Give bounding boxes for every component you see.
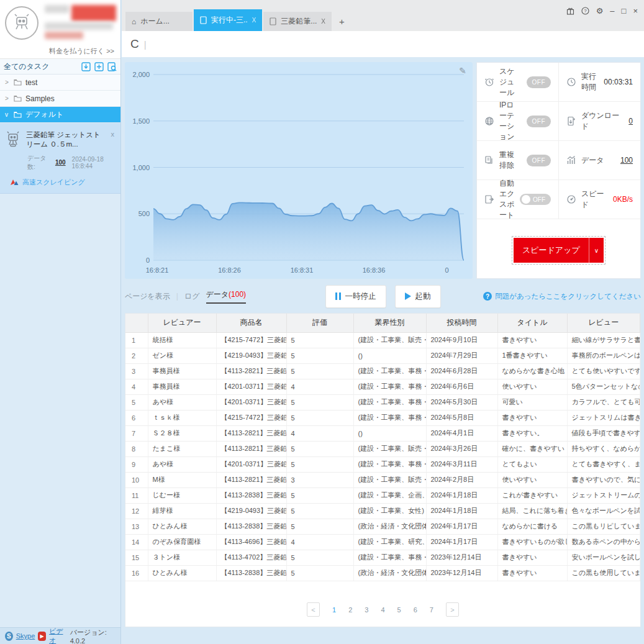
review-cell: とても書きやすく、また全て色違... (567, 456, 640, 472)
col-title[interactable]: タイトル (497, 314, 567, 332)
help-link[interactable]: ? 問題があったらここをクリックしてください (483, 292, 641, 301)
table-row[interactable]: 2ゼン様【4219-0493】三菱鉛筆 ジェット...5()2024年7月29日… (125, 348, 640, 363)
auto-export-toggle[interactable]: OFF (520, 194, 551, 205)
prev-page-button[interactable]: < (307, 602, 320, 617)
tab-running-task[interactable]: 実行中-三.. X (194, 9, 262, 31)
date-cell: 2023年12月14日 (426, 550, 497, 565)
speed-scraping-link[interactable]: 高速スクレイピング (10, 178, 116, 187)
rating-cell: 5 (286, 348, 353, 363)
sidebar-folder-default[interactable]: v デフォルト (0, 107, 120, 123)
page-button[interactable]: 3 (365, 606, 368, 614)
table-row[interactable]: 15３トン様【4113-4702】三菱鉛筆 ジェット...5(建設・工事業、事務… (125, 550, 640, 565)
data-count-value[interactable]: 100 (55, 159, 66, 166)
expanded-icon[interactable]: v (5, 111, 10, 118)
page-button[interactable]: 2 (348, 606, 352, 614)
reviewer-cell: ひとみん様 (148, 565, 216, 581)
table-row[interactable]: 16ひとみん様【4113-2838】三菱鉛筆 ジェット...5(政治・経済・文化… (125, 565, 640, 581)
table-row[interactable]: 6ｔｓｋ様【4215-7472】三菱鉛筆 ジェット...5(建設・工事業、事務・… (125, 410, 640, 425)
gift-icon[interactable] (566, 7, 574, 15)
review-cell: この黒もリピしています。とても... (567, 519, 640, 534)
data-value[interactable]: 100 (620, 156, 633, 165)
col-review[interactable]: レビュー (567, 314, 640, 332)
skype-link[interactable]: Skype (16, 632, 35, 640)
search-task-icon[interactable] (107, 62, 117, 71)
skype-icon[interactable]: S (5, 632, 13, 641)
video-icon[interactable]: ▶ (38, 632, 46, 641)
table-row[interactable]: 9あや様【4201-0371】三菱鉛筆 ジェット...5(建設・工事業、事務・ア… (125, 456, 640, 472)
table-row[interactable]: 8たまこ様【4113-2821】三菱鉛筆 ジェット...5(建設・工事業、販売・… (125, 441, 640, 456)
pause-button[interactable]: 一時停止 (325, 285, 386, 308)
page-button[interactable]: 1 (332, 606, 336, 614)
page-button[interactable]: 4 (381, 606, 384, 614)
pencil-icon[interactable]: ✎ (459, 66, 466, 76)
next-page-button[interactable]: > (446, 602, 459, 617)
scrape-rate-chart: 05001,0001,5002,00016:8:2116:8:2616:8:31… (125, 62, 473, 279)
sidebar-folder-samples[interactable]: > Samples (0, 91, 120, 107)
close-icon[interactable]: × (633, 6, 638, 16)
data-label: データ (581, 155, 604, 166)
page-button[interactable]: 7 (430, 606, 433, 614)
video-link[interactable]: ビデオ (49, 627, 67, 644)
schedule-toggle[interactable]: OFF (527, 76, 551, 88)
table-row[interactable]: 7Ｓ２８様【4113-2821】三菱鉛筆 ジェット...4()2024年4月1日… (125, 425, 640, 441)
table-row[interactable]: 5あや様【4201-0371】三菱鉛筆 ジェット...5(建設・工事業、事務・ア… (125, 394, 640, 410)
tab-task[interactable]: 三菱鉛筆... X (263, 12, 332, 31)
tab-log[interactable]: ログ (184, 291, 200, 302)
reviewer-cell: ３トン様 (148, 550, 216, 565)
page-button[interactable]: 5 (397, 606, 401, 614)
new-tab-button[interactable]: + (333, 12, 351, 31)
import-task-icon[interactable] (81, 62, 91, 71)
table-row[interactable]: 4事務員様【4201-0371】三菱鉛筆 ジェット...4(建設・工事業、事務・… (125, 379, 640, 394)
download-value[interactable]: 0 (628, 117, 633, 125)
dedup-toggle[interactable]: OFF (527, 155, 551, 166)
rating-cell: 5 (286, 565, 353, 581)
tab-data[interactable]: データ(100) (206, 289, 247, 304)
start-label: 起動 (415, 291, 431, 302)
col-reviewer[interactable]: レビュアー (148, 314, 216, 332)
title-cell: 書きやすいものが欲しくて・・・ (497, 534, 567, 550)
play-icon (405, 293, 411, 300)
tab-close-icon[interactable]: X (252, 17, 256, 24)
maximize-icon[interactable]: □ (622, 6, 627, 16)
ip-rotation-toggle[interactable]: OFF (527, 116, 551, 127)
tasks-header: 全てのタスク (0, 59, 120, 75)
table-row[interactable]: 3事務員様【4113-2821】三菱鉛筆 ジェット...5(建設・工事業、事務・… (125, 363, 640, 379)
minimize-icon[interactable]: – (610, 6, 614, 16)
sidebar-folder-test[interactable]: > test (0, 75, 120, 91)
gear-icon[interactable]: ⚙ (596, 6, 604, 16)
table-row[interactable]: 11じむー様【4113-2838】三菱鉛筆 ジェット...5(建設・工事業、企画… (125, 488, 640, 503)
review-cell: とても使いやすいです。ジェット... (567, 363, 640, 379)
col-date[interactable]: 投稿時間 (426, 314, 497, 332)
industry-cell: (政治・経済・文化団体、女性) (353, 519, 426, 534)
table-row[interactable]: 12緋芽様【4219-0493】三菱鉛筆 ジェット...5(建設・工事業、女性)… (125, 503, 640, 519)
col-industry[interactable]: 業界性別 (353, 314, 426, 332)
page-button[interactable]: 6 (414, 606, 417, 614)
table-row[interactable]: 1統括様【4215-7472】三菱鉛筆 ジェット...5(建設・工事業、販売・接… (125, 332, 640, 348)
help-icon[interactable]: ? (581, 7, 589, 15)
table-header-row: レビュアー 商品名 評価 業界性別 投稿時間 タイトル レビュー (125, 314, 640, 332)
collapsed-icon[interactable]: > (5, 95, 10, 102)
col-rating[interactable]: 評価 (286, 314, 353, 332)
area-chart: 05001,0001,5002,00016:8:2116:8:2616:8:31… (125, 62, 473, 279)
speed-up-button[interactable]: スピードアップ ∨ (514, 238, 604, 263)
start-button[interactable]: 起動 (395, 285, 441, 308)
chevron-down-icon[interactable]: ∨ (589, 238, 604, 263)
table-row[interactable]: 13ひとみん様【4113-2838】三菱鉛筆 ジェット...5(政治・経済・文化… (125, 519, 640, 534)
loading-icon[interactable]: C (130, 37, 139, 51)
task-card[interactable]: 三菱鉛筆 ジェットストリーム ０.５m... x データ数: 100 2024-… (0, 123, 120, 194)
schedule-label: スケジュール (499, 66, 522, 98)
product-cell: 【4219-0493】三菱鉛筆 ジェット... (216, 503, 286, 519)
add-task-icon[interactable] (94, 62, 104, 71)
tab-close-icon[interactable]: X (321, 18, 325, 25)
date-cell: 2024年1月18日 (426, 503, 497, 519)
table-row[interactable]: 14のぞみ保育園様【4113-4696】三菱鉛筆 ジェット...4(建設・工事業… (125, 534, 640, 550)
col-product[interactable]: 商品名 (216, 314, 286, 332)
title-cell: 1番書きやすい (497, 348, 567, 363)
date-cell: 2024年6月28日 (426, 363, 497, 379)
collapsed-icon[interactable]: > (5, 79, 10, 86)
pay-link[interactable]: 料金を払うに行く >> (49, 47, 114, 56)
tab-view-page[interactable]: ページを表示 (125, 291, 170, 302)
table-row[interactable]: 10M様【4113-2821】三菱鉛筆 ジェット...3(建設・工事業、販売・接… (125, 472, 640, 488)
tab-home[interactable]: ⌂ ホーム... (125, 12, 193, 31)
task-close-icon[interactable]: x (110, 130, 116, 149)
